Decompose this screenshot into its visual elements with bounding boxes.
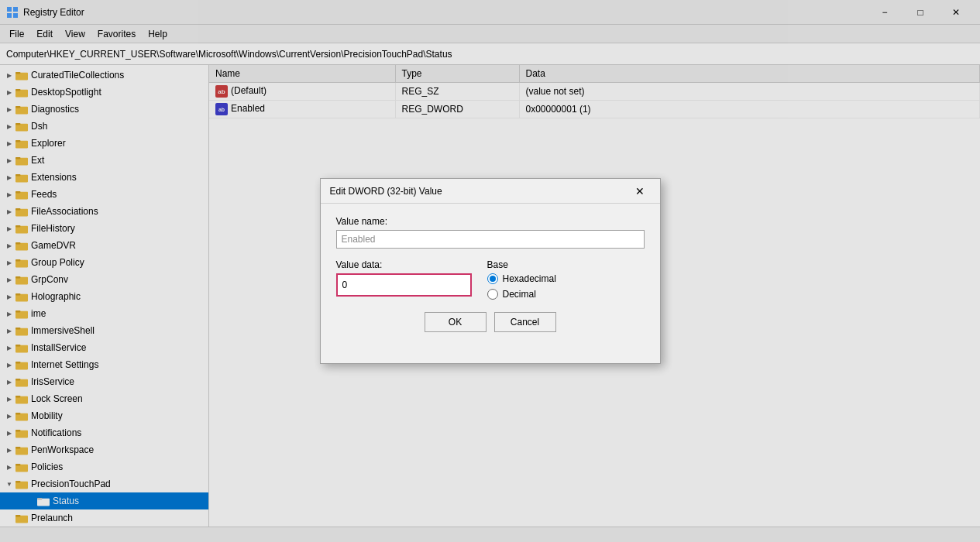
base-radio-group: Hexadecimal Decimal xyxy=(487,273,556,300)
value-data-input[interactable] xyxy=(336,273,472,297)
value-name-input[interactable] xyxy=(336,230,645,249)
dialog-row: Value data: Base Hexadecimal xyxy=(336,259,645,300)
dialog-body: Value name: Value data: Base Hexadecimal xyxy=(321,204,660,345)
dialog-close-button[interactable]: ✕ xyxy=(629,183,651,200)
radio-decimal[interactable]: Decimal xyxy=(487,289,556,300)
modal-overlay: Edit DWORD (32-bit) Value ✕ Value name: … xyxy=(0,0,980,542)
base-group: Base Hexadecimal Decimal xyxy=(487,259,556,300)
value-name-label: Value name: xyxy=(336,216,645,227)
dialog-title: Edit DWORD (32-bit) Value xyxy=(330,186,629,197)
value-data-label: Value data: xyxy=(336,259,472,270)
value-data-group: Value data: xyxy=(336,259,472,300)
cancel-button[interactable]: Cancel xyxy=(494,312,556,332)
radio-hex-circle xyxy=(487,273,498,284)
dialog-title-bar: Edit DWORD (32-bit) Value ✕ xyxy=(321,179,660,204)
edit-dword-dialog: Edit DWORD (32-bit) Value ✕ Value name: … xyxy=(320,178,661,364)
ok-button[interactable]: OK xyxy=(425,312,487,332)
base-label: Base xyxy=(487,259,556,270)
dialog-buttons: OK Cancel xyxy=(336,312,645,332)
radio-hexadecimal[interactable]: Hexadecimal xyxy=(487,273,556,284)
radio-dec-label: Decimal xyxy=(503,289,536,300)
radio-hex-label: Hexadecimal xyxy=(503,273,556,284)
radio-dec-circle xyxy=(487,289,498,300)
